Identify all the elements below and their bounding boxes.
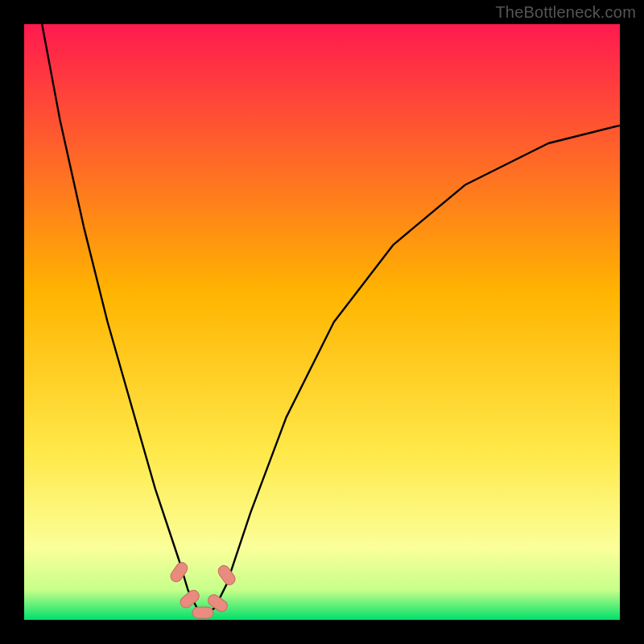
- svg-rect-1: [24, 24, 620, 620]
- watermark-label: TheBottleneck.com: [495, 3, 636, 22]
- curve-marker: [192, 607, 213, 618]
- svg-rect-4: [192, 607, 213, 618]
- chart-stage: TheBottleneck.com: [0, 0, 644, 644]
- chart-svg: [0, 0, 644, 644]
